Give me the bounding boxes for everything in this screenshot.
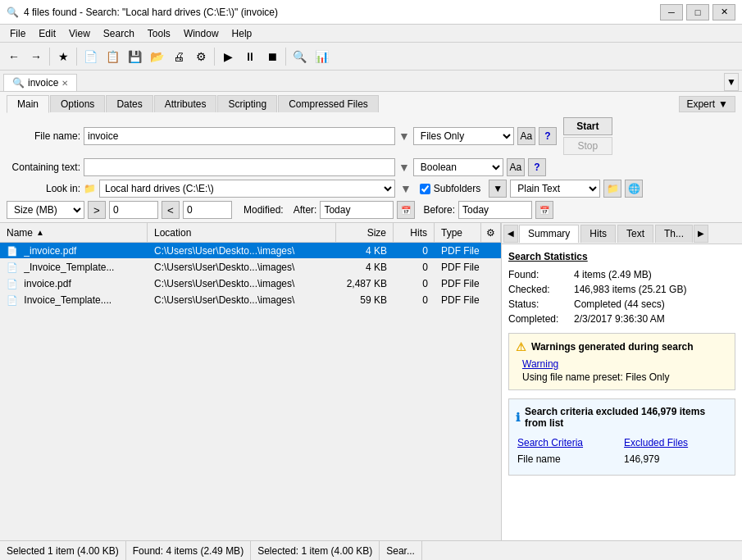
col-header-type[interactable]: Type bbox=[435, 223, 481, 242]
stop-button-form[interactable]: Stop bbox=[563, 137, 612, 155]
menu-tools[interactable]: Tools bbox=[141, 26, 177, 41]
match-case-button-2[interactable]: Aa bbox=[507, 158, 525, 176]
back-button[interactable]: ← bbox=[3, 46, 25, 67]
table-row[interactable]: 📄 _Invoice_Template... C:\Users\User\Des… bbox=[0, 259, 501, 275]
right-tabs-prev[interactable]: ◀ bbox=[503, 225, 518, 243]
size-select[interactable]: Size (MB) Size (KB) Size (Bytes) bbox=[7, 201, 84, 219]
col-header-location[interactable]: Location bbox=[148, 223, 336, 242]
toolbar: ← → ★ 📄 📋 💾 📂 🖨 ⚙ ▶ ⏸ ⏹ 🔍 📊 bbox=[0, 43, 742, 71]
subfolders-label[interactable]: Subfolders bbox=[434, 183, 480, 194]
pause-button[interactable]: ⏸ bbox=[239, 46, 261, 67]
after-calendar-button[interactable]: 📅 bbox=[397, 201, 415, 219]
content-area: Name ▲ Location Size Hits Type ⚙ bbox=[0, 223, 742, 540]
favorites-button[interactable]: ★ bbox=[52, 46, 74, 67]
menu-edit[interactable]: Edit bbox=[32, 26, 62, 41]
filter-button[interactable]: ▼ bbox=[489, 180, 507, 198]
preset-select[interactable]: Files Only Files and Folders Folders Onl… bbox=[413, 127, 514, 145]
table-row[interactable]: 📄 Invoice_Template.... C:\Users\User\Des… bbox=[0, 292, 501, 308]
titlebar-controls[interactable]: ─ □ ✕ bbox=[660, 4, 735, 20]
lookin-select[interactable]: Local hard drives (C:\E:\) bbox=[99, 180, 395, 198]
tab-scripting[interactable]: Scripting bbox=[217, 95, 277, 112]
close-button[interactable]: ✕ bbox=[712, 4, 735, 20]
stats-button[interactable]: 📊 bbox=[311, 46, 332, 67]
right-tab-hits[interactable]: Hits bbox=[580, 225, 616, 243]
stats-label-completed: Completed: bbox=[508, 313, 574, 325]
file-cell-size: 2,487 KB bbox=[336, 277, 394, 290]
expert-label: Expert bbox=[686, 98, 715, 110]
print-button[interactable]: 🖨 bbox=[168, 46, 189, 67]
sort-arrow-icon: ▲ bbox=[36, 228, 44, 237]
play-button[interactable]: ▶ bbox=[217, 46, 239, 67]
right-tabs-next[interactable]: ▶ bbox=[694, 225, 708, 243]
size-max-input[interactable] bbox=[183, 201, 232, 219]
menubar: File Edit View Search Tools Window Help bbox=[0, 25, 742, 43]
less-than-button[interactable]: < bbox=[162, 201, 180, 219]
network-button[interactable]: 🌐 bbox=[625, 180, 643, 198]
help-button-2[interactable]: ? bbox=[528, 158, 546, 176]
table-row[interactable]: 📄 invoice.pdf C:\Users\User\Deskto...\im… bbox=[0, 275, 501, 292]
help-button[interactable]: ? bbox=[539, 127, 557, 145]
new-button[interactable]: 📄 bbox=[80, 46, 101, 67]
col-header-filter[interactable]: ⚙ bbox=[481, 223, 501, 242]
subfolders-checkbox[interactable] bbox=[420, 184, 430, 194]
menu-file[interactable]: File bbox=[3, 26, 32, 41]
info-table: Search Criteria Excluded Files File name… bbox=[516, 434, 728, 468]
menu-window[interactable]: Window bbox=[177, 26, 225, 41]
save-button[interactable]: 💾 bbox=[124, 46, 145, 67]
stop-button[interactable]: ⏹ bbox=[262, 46, 283, 67]
containing-row: Containing text: ▼ Boolean Normal RegEx … bbox=[7, 158, 735, 176]
menu-search[interactable]: Search bbox=[97, 26, 141, 41]
search-button[interactable]: 🔍 bbox=[289, 46, 310, 67]
greater-than-button[interactable]: > bbox=[88, 201, 106, 219]
right-tab-text[interactable]: Text bbox=[617, 225, 653, 243]
info-col-criteria[interactable]: Search Criteria bbox=[517, 437, 583, 448]
containing-dropdown-arrow[interactable]: ▼ bbox=[398, 161, 410, 174]
match-case-button[interactable]: Aa bbox=[517, 127, 535, 145]
plaintext-select[interactable]: Plain Text Unicode Binary bbox=[510, 180, 600, 198]
col-header-name[interactable]: Name ▲ bbox=[0, 223, 148, 242]
start-button[interactable]: Start bbox=[563, 117, 612, 135]
tab-options[interactable]: Options bbox=[50, 95, 105, 112]
before-calendar-button[interactable]: 📅 bbox=[535, 201, 553, 219]
menu-view[interactable]: View bbox=[62, 26, 97, 41]
lookin-label: Look in: bbox=[7, 183, 80, 194]
search-icon: 🔍 bbox=[12, 77, 25, 89]
file-list-pane: Name ▲ Location Size Hits Type ⚙ bbox=[0, 223, 502, 540]
warning-link[interactable]: Warning bbox=[516, 358, 728, 370]
filename-dropdown-arrow[interactable]: ▼ bbox=[398, 130, 410, 143]
filename-input[interactable] bbox=[84, 127, 395, 145]
tab-attributes[interactable]: Attributes bbox=[154, 95, 217, 112]
settings-button[interactable]: ⚙ bbox=[190, 46, 212, 67]
table-row[interactable]: 📄 _invoice.pdf C:\Users\User\Deskto...\i… bbox=[0, 243, 501, 259]
tab-close-button[interactable]: ✕ bbox=[61, 79, 68, 88]
right-tab-th[interactable]: Th... bbox=[655, 225, 693, 243]
minimize-button[interactable]: ─ bbox=[660, 4, 683, 20]
info-col-excluded[interactable]: Excluded Files bbox=[624, 437, 688, 448]
before-input[interactable] bbox=[458, 201, 532, 219]
text-type-select[interactable]: Boolean Normal RegEx bbox=[413, 158, 503, 176]
expert-button[interactable]: Expert ▼ bbox=[679, 96, 735, 112]
file-cell-location: C:\Users\User\Deskto...\images\ bbox=[148, 294, 336, 307]
search-tab-invoice[interactable]: 🔍 invoice ✕ bbox=[3, 74, 77, 91]
tab-dropdown-button[interactable]: ▼ bbox=[724, 73, 739, 91]
lookin-dropdown-arrow[interactable]: ▼ bbox=[400, 182, 412, 195]
tab-main[interactable]: Main bbox=[7, 95, 49, 113]
titlebar: 🔍 4 files found - Search: "Local hard dr… bbox=[0, 0, 742, 25]
before-label: Before: bbox=[423, 204, 455, 216]
after-input[interactable] bbox=[320, 201, 394, 219]
file-cell-location: C:\Users\User\Deskto...\images\ bbox=[148, 261, 336, 274]
menu-help[interactable]: Help bbox=[225, 26, 259, 41]
right-content: Search Statistics Found: 4 items (2.49 M… bbox=[502, 244, 742, 540]
copy-button[interactable]: 📋 bbox=[102, 46, 123, 67]
maximize-button[interactable]: □ bbox=[686, 4, 709, 20]
containing-input[interactable] bbox=[84, 158, 395, 176]
tab-dates[interactable]: Dates bbox=[106, 95, 152, 112]
forward-button[interactable]: → bbox=[25, 46, 47, 67]
col-header-hits[interactable]: Hits bbox=[394, 223, 435, 242]
right-tab-summary[interactable]: Summary bbox=[519, 225, 579, 243]
size-min-input[interactable] bbox=[109, 201, 158, 219]
open-button[interactable]: 📂 bbox=[146, 46, 167, 67]
tab-compressed-files[interactable]: Compressed Files bbox=[278, 95, 379, 112]
browse-folder-button[interactable]: 📁 bbox=[603, 180, 621, 198]
col-header-size[interactable]: Size bbox=[336, 223, 394, 242]
